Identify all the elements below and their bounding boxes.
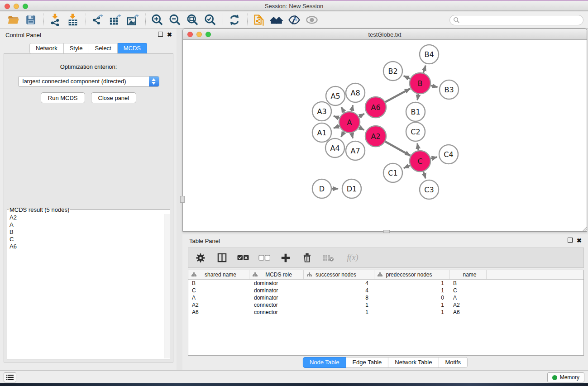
- graph-edge-C-C3[interactable]: [423, 172, 425, 178]
- result-scrollbar[interactable]: [164, 214, 170, 358]
- toggle-graphics-details-button[interactable]: [287, 13, 301, 27]
- run-mcds-button[interactable]: Run MCDS: [41, 92, 85, 103]
- memory-button[interactable]: Memory: [547, 372, 584, 382]
- task-history-button[interactable]: [4, 372, 16, 382]
- result-list-item[interactable]: A: [7, 221, 164, 229]
- float-panel-icon[interactable]: [158, 32, 163, 37]
- deselect-all-columns-button[interactable]: [258, 252, 270, 264]
- result-list-item[interactable]: A2: [7, 214, 164, 221]
- graph-edge-A-A5[interactable]: [341, 107, 344, 113]
- table-cell[interactable]: 1: [374, 309, 450, 315]
- table-row[interactable]: Adominator80A: [188, 294, 583, 301]
- table-cell[interactable]: A2: [450, 302, 487, 308]
- fit-content-button[interactable]: [186, 13, 199, 27]
- column-header-mcds-role[interactable]: MCDS role: [249, 270, 304, 279]
- save-session-button[interactable]: [24, 13, 38, 27]
- export-table-button[interactable]: [108, 13, 122, 27]
- graph-edge-A-A1[interactable]: [334, 126, 339, 128]
- mcds-result-list[interactable]: A2ABCA6: [7, 214, 164, 359]
- import-network-button[interactable]: [48, 13, 62, 27]
- table-cell[interactable]: dominator: [249, 280, 304, 286]
- zoom-selected-button[interactable]: [203, 13, 217, 27]
- search-input[interactable]: [449, 15, 583, 25]
- graph-edge-A2-C[interactable]: [385, 142, 410, 156]
- graph-edge-A-A3[interactable]: [334, 116, 339, 118]
- tab-network-table[interactable]: Network Table: [388, 357, 439, 368]
- select-all-columns-button[interactable]: [237, 252, 249, 264]
- export-image-button[interactable]: [126, 13, 139, 27]
- tab-style[interactable]: Style: [64, 43, 89, 54]
- graph-edge-B-B3[interactable]: [430, 86, 437, 87]
- table-cell[interactable]: 1: [374, 302, 450, 308]
- network-from-selection-button[interactable]: [252, 13, 266, 27]
- close-panel-button[interactable]: Close panel: [91, 92, 137, 103]
- graph-edge-A-A4[interactable]: [341, 132, 344, 137]
- export-network-button[interactable]: [91, 13, 104, 27]
- column-header-predecessor-nodes[interactable]: predecessor nodes: [374, 270, 450, 279]
- result-list-item[interactable]: A6: [7, 243, 164, 250]
- table-cell[interactable]: C: [450, 287, 487, 294]
- table-cell[interactable]: A6: [188, 309, 249, 315]
- delete-table-button[interactable]: [322, 252, 334, 264]
- table-cell[interactable]: C: [188, 287, 249, 294]
- column-header-name[interactable]: name: [450, 270, 487, 279]
- apply-function-button[interactable]: f(x): [344, 252, 362, 264]
- table-cell[interactable]: A: [188, 295, 249, 301]
- table-cell[interactable]: 4: [304, 280, 374, 286]
- graph-edge-A6-B[interactable]: [385, 89, 410, 102]
- graph-edge-B-B1[interactable]: [417, 94, 418, 100]
- network-overview-button[interactable]: [270, 13, 283, 27]
- splitpane-handle-left[interactable]: [180, 196, 185, 203]
- close-panel-icon[interactable]: ✖: [577, 237, 582, 244]
- table-cell[interactable]: connector: [249, 309, 304, 315]
- add-column-button[interactable]: [280, 252, 292, 264]
- tab-network[interactable]: Network: [29, 43, 64, 54]
- table-cell[interactable]: A6: [450, 309, 487, 315]
- delete-column-button[interactable]: [301, 252, 313, 264]
- table-settings-button[interactable]: [195, 252, 206, 264]
- tab-node-table[interactable]: Node Table: [303, 357, 346, 368]
- table-cell[interactable]: dominator: [249, 295, 304, 301]
- apply-layout-button[interactable]: [228, 13, 241, 27]
- graph-edge-A-A6[interactable]: [359, 114, 364, 117]
- close-panel-icon[interactable]: ✖: [167, 31, 172, 38]
- table-cell[interactable]: A: [450, 295, 487, 301]
- table-cell[interactable]: 1: [304, 309, 374, 315]
- graph-edge-B-B2[interactable]: [404, 76, 410, 79]
- network-graph[interactable]: B4B2BB3A5A8A6B1A3AA1C2A2A4A7C4CC1C3DD1: [183, 40, 587, 231]
- tab-select[interactable]: Select: [89, 43, 118, 54]
- splitpane-handle-bottom[interactable]: [383, 230, 390, 233]
- graph-edge-A-A8[interactable]: [352, 105, 353, 111]
- table-cell[interactable]: B: [450, 280, 487, 286]
- table-row[interactable]: A6connector11A6: [188, 309, 583, 316]
- table-cell[interactable]: connector: [249, 302, 304, 308]
- birds-eye-view-button[interactable]: [305, 13, 319, 27]
- network-canvas[interactable]: B4B2BB3A5A8A6B1A3AA1C2A2A4A7C4CC1C3DD1: [183, 40, 587, 231]
- table-row[interactable]: Bdominator41B: [188, 280, 583, 287]
- graph-edge-A-A7[interactable]: [352, 133, 353, 138]
- table-cell[interactable]: A2: [188, 302, 249, 308]
- split-panel-button[interactable]: [216, 252, 228, 264]
- column-header-successor-nodes[interactable]: successor nodes: [304, 270, 374, 279]
- node-table[interactable]: shared nameMCDS rolesuccessor nodesprede…: [188, 270, 584, 356]
- table-row[interactable]: A2connector11A2: [188, 301, 583, 309]
- table-cell[interactable]: 1: [374, 280, 450, 286]
- graph-edge-C-C2[interactable]: [417, 143, 418, 151]
- table-row[interactable]: Cdominator41C: [188, 287, 583, 294]
- table-cell[interactable]: 1: [374, 287, 450, 294]
- table-cell[interactable]: B: [188, 280, 249, 286]
- graph-edge-B-B4[interactable]: [423, 66, 425, 73]
- table-cell[interactable]: 1: [304, 302, 374, 308]
- table-cell[interactable]: 4: [304, 287, 374, 294]
- result-list-item[interactable]: B: [7, 229, 164, 236]
- tab-motifs[interactable]: Motifs: [439, 357, 468, 368]
- result-list-item[interactable]: C: [7, 236, 164, 243]
- column-header-shared-name[interactable]: shared name: [188, 270, 249, 279]
- graph-edge-C-C1[interactable]: [404, 166, 410, 168]
- graph-edge-C-C4[interactable]: [430, 157, 437, 158]
- table-cell[interactable]: 0: [374, 295, 450, 301]
- network-window-titlebar[interactable]: testGlobe.txt: [183, 29, 587, 40]
- import-table-button[interactable]: [66, 13, 80, 27]
- criterion-select[interactable]: largest connected component (directed): [18, 76, 159, 87]
- table-cell[interactable]: dominator: [249, 287, 304, 294]
